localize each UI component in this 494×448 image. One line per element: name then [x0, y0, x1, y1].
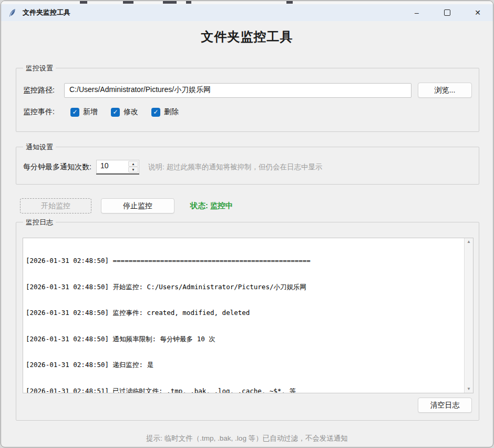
app-window: 文件夹监控工具 – ✕ 文件夹监控工具 监控设置 监控路径: C:/Users/… — [1, 1, 493, 447]
background-artifact — [123, 1, 133, 4]
log-scrollbar[interactable]: ▲ ▼ — [464, 238, 473, 393]
rate-label: 每分钟最多通知次数: — [23, 162, 91, 172]
browse-button[interactable]: 浏览... — [418, 83, 472, 98]
rate-spinbox[interactable]: 10 ▲ ▼ — [96, 160, 139, 175]
background-artifact — [163, 1, 177, 4]
maximize-button[interactable] — [432, 4, 462, 21]
log-line: [2026-01-31 02:48:50] ==================… — [26, 257, 461, 266]
log-line: [2026-01-31 02:48:50] 监控事件: created, mod… — [26, 309, 461, 318]
log-area[interactable]: [2026-01-31 02:48:50] ==================… — [23, 238, 474, 393]
page-title: 文件夹监控工具 — [1, 28, 493, 45]
python-feather-icon — [8, 8, 17, 17]
window-title: 文件夹监控工具 — [23, 8, 70, 17]
monitor-settings-group: 监控设置 监控路径: C:/Users/Administrator/Pictur… — [16, 68, 479, 132]
log-text[interactable]: [2026-01-31 02:48:50] ==================… — [23, 238, 464, 393]
scroll-down-icon[interactable]: ▼ — [467, 387, 471, 391]
log-line: [2026-01-31 02:48:50] 递归监控: 是 — [26, 361, 461, 370]
rate-input[interactable]: 10 — [96, 160, 128, 174]
background-artifact — [80, 1, 87, 4]
stop-monitor-button[interactable]: 停止监控 — [101, 198, 174, 213]
notify-settings-group: 通知设置 每分钟最多通知次数: 10 ▲ ▼ 说明: 超过此频率的通知将被抑制，… — [16, 147, 479, 185]
log-line: [2026-01-31 02:48:50] 通知频率限制: 每分钟最多 10 次 — [26, 335, 461, 344]
minimize-icon: – — [415, 8, 419, 17]
checkbox-checked-icon[interactable]: ✓ — [111, 108, 120, 117]
background-artifact — [286, 1, 293, 4]
checkbox-checked-icon[interactable]: ✓ — [151, 108, 160, 117]
log-line: [2026-01-31 02:48:50] 开始监控: C:/Users/Adm… — [26, 283, 461, 292]
close-button[interactable]: ✕ — [462, 4, 493, 21]
scroll-up-icon[interactable]: ▲ — [467, 240, 471, 244]
footer-hint: 提示: 临时文件（.tmp, .bak, .log 等）已自动过滤，不会发送通知 — [1, 434, 493, 443]
arrow-down-icon: ▼ — [131, 168, 135, 171]
checkbox-label: 新增 — [83, 107, 98, 117]
status-text: 状态: 监控中 — [190, 201, 233, 211]
spin-up-button[interactable]: ▲ — [128, 161, 138, 167]
close-icon: ✕ — [475, 8, 481, 17]
path-input[interactable]: C:/Users/Administrator/Pictures/小刀娱乐网 — [64, 83, 411, 98]
start-monitor-button[interactable]: 开始监控 — [20, 198, 91, 213]
window-controls: – ✕ — [402, 4, 493, 21]
notify-settings-group-label: 通知设置 — [23, 142, 56, 152]
rate-hint: 说明: 超过此频率的通知将被抑制，但仍会在日志中显示 — [148, 162, 323, 172]
arrow-up-icon: ▲ — [131, 162, 135, 166]
maximize-icon — [444, 9, 450, 16]
event-checkbox-modified[interactable]: ✓ 修改 — [111, 107, 138, 117]
event-checkbox-created[interactable]: ✓ 新增 — [70, 107, 98, 117]
spinner-arrows: ▲ ▼ — [128, 160, 139, 174]
log-group-label: 监控日志 — [23, 218, 56, 227]
event-checkbox-deleted[interactable]: ✓ 删除 — [151, 107, 179, 117]
title-bar: 文件夹监控工具 – ✕ — [1, 4, 493, 21]
checkbox-label: 删除 — [164, 107, 179, 117]
checkbox-label: 修改 — [124, 107, 138, 117]
events-label: 监控事件: — [23, 107, 70, 117]
clear-log-button[interactable]: 清空日志 — [418, 398, 472, 413]
spin-down-button[interactable]: ▼ — [128, 167, 138, 172]
log-group: 监控日志 [2026-01-31 02:48:50] =============… — [16, 222, 479, 421]
path-label: 监控路径: — [23, 86, 64, 95]
background-artifact — [186, 1, 191, 4]
checkbox-checked-icon[interactable]: ✓ — [70, 108, 79, 117]
minimize-button[interactable]: – — [402, 4, 432, 21]
monitor-settings-group-label: 监控设置 — [23, 64, 56, 73]
control-row: 开始监控 停止监控 状态: 监控中 — [20, 198, 233, 213]
log-line: [2026-01-31 02:48:51] 已过滤临时文件: .tmp, .ba… — [26, 387, 461, 393]
